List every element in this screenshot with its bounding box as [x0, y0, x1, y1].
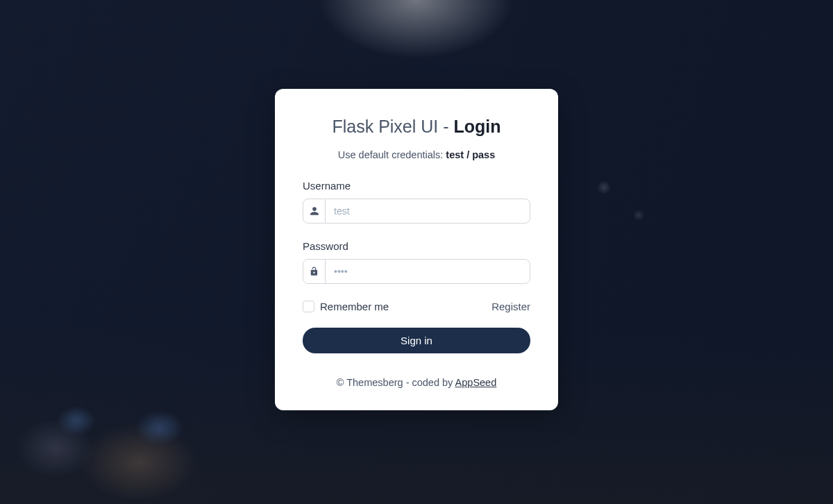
footer-link[interactable]: AppSeed: [455, 377, 497, 388]
title-prefix: Flask Pixel UI -: [332, 117, 453, 136]
page-title: Flask Pixel UI - Login: [303, 117, 530, 137]
remember-checkbox[interactable]: [303, 301, 314, 312]
register-link[interactable]: Register: [491, 301, 530, 312]
remember-label[interactable]: Remember me: [320, 301, 389, 312]
username-label: Username: [303, 180, 530, 192]
remember-wrap: Remember me: [303, 301, 389, 312]
login-card: Flask Pixel UI - Login Use default crede…: [275, 89, 558, 410]
username-input[interactable]: [326, 199, 530, 223]
subtitle-bold: test / pass: [446, 149, 495, 160]
username-input-wrap: [303, 199, 530, 224]
subtitle: Use default credentials: test / pass: [303, 149, 530, 160]
user-icon: [303, 199, 326, 223]
username-group: Username: [303, 180, 530, 224]
title-bold: Login: [454, 117, 501, 136]
password-group: Password: [303, 240, 530, 284]
footer-prefix: © Themesberg - coded by: [337, 377, 455, 388]
footer: © Themesberg - coded by AppSeed: [303, 377, 530, 388]
password-input[interactable]: [326, 260, 530, 283]
password-input-wrap: [303, 259, 530, 284]
options-row: Remember me Register: [303, 301, 530, 312]
password-label: Password: [303, 240, 530, 252]
subtitle-prefix: Use default credentials:: [338, 149, 446, 160]
signin-button[interactable]: Sign in: [303, 328, 530, 353]
lock-icon: [303, 260, 326, 283]
